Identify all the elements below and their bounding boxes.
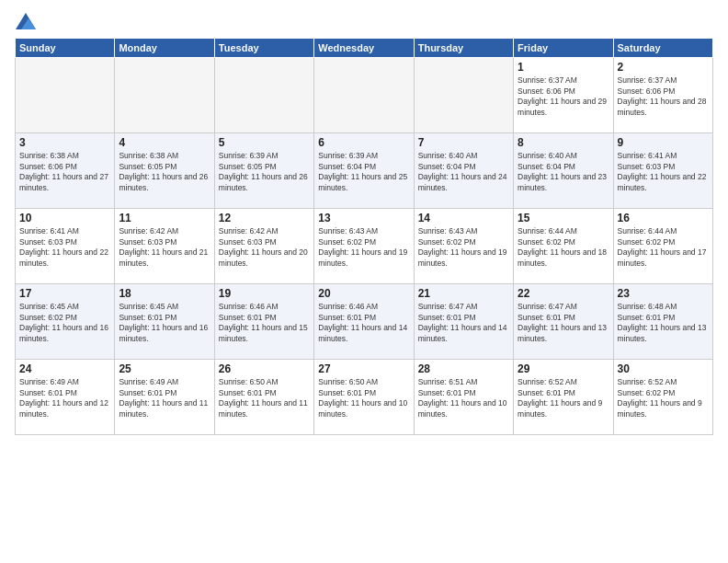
logo-icon	[16, 13, 36, 29]
day-info: Sunrise: 6:39 AMSunset: 6:04 PMDaylight:…	[318, 151, 409, 195]
day-number: 7	[418, 136, 509, 149]
calendar-header-row: SundayMondayTuesdayWednesdayThursdayFrid…	[16, 38, 713, 57]
calendar-cell: 19Sunrise: 6:46 AMSunset: 6:01 PMDayligh…	[214, 283, 313, 359]
day-info: Sunrise: 6:38 AMSunset: 6:05 PMDaylight:…	[119, 151, 210, 195]
calendar-cell: 10Sunrise: 6:41 AMSunset: 6:03 PMDayligh…	[16, 208, 115, 283]
day-info: Sunrise: 6:45 AMSunset: 6:02 PMDaylight:…	[19, 302, 110, 346]
day-info: Sunrise: 6:37 AMSunset: 6:06 PMDaylight:…	[518, 75, 609, 120]
calendar-cell: 9Sunrise: 6:41 AMSunset: 6:03 PMDaylight…	[613, 132, 712, 208]
calendar-day-header: Saturday	[613, 38, 712, 57]
calendar-cell: 20Sunrise: 6:46 AMSunset: 6:01 PMDayligh…	[314, 283, 414, 359]
day-number: 21	[418, 287, 509, 300]
day-info: Sunrise: 6:48 AMSunset: 6:01 PMDaylight:…	[618, 302, 709, 346]
day-number: 11	[119, 212, 210, 224]
page-header	[15, 11, 713, 30]
day-info: Sunrise: 6:43 AMSunset: 6:02 PMDaylight:…	[418, 226, 509, 270]
calendar-day-header: Tuesday	[214, 38, 313, 57]
day-number: 1	[518, 61, 609, 74]
day-number: 13	[318, 212, 409, 224]
calendar-table: SundayMondayTuesdayWednesdayThursdayFrid…	[15, 38, 713, 435]
day-number: 8	[518, 136, 609, 149]
day-info: Sunrise: 6:50 AMSunset: 6:01 PMDaylight:…	[318, 377, 409, 421]
calendar-cell: 16Sunrise: 6:44 AMSunset: 6:02 PMDayligh…	[613, 208, 712, 283]
day-info: Sunrise: 6:47 AMSunset: 6:01 PMDaylight:…	[518, 302, 609, 346]
calendar-day-header: Thursday	[414, 38, 513, 57]
day-number: 3	[19, 136, 110, 149]
calendar-day-header: Friday	[514, 38, 613, 57]
day-info: Sunrise: 6:42 AMSunset: 6:03 PMDaylight:…	[119, 226, 210, 270]
day-number: 4	[119, 136, 210, 149]
calendar-cell	[214, 57, 313, 132]
day-info: Sunrise: 6:41 AMSunset: 6:03 PMDaylight:…	[618, 151, 709, 195]
day-info: Sunrise: 6:45 AMSunset: 6:01 PMDaylight:…	[119, 302, 210, 346]
day-info: Sunrise: 6:47 AMSunset: 6:01 PMDaylight:…	[418, 302, 509, 346]
calendar-cell	[314, 57, 414, 132]
calendar-day-header: Sunday	[16, 38, 115, 57]
day-number: 28	[418, 362, 509, 375]
calendar-cell: 8Sunrise: 6:40 AMSunset: 6:04 PMDaylight…	[514, 132, 613, 208]
calendar-cell: 21Sunrise: 6:47 AMSunset: 6:01 PMDayligh…	[414, 283, 513, 359]
calendar-day-header: Monday	[115, 38, 214, 57]
calendar-cell: 7Sunrise: 6:40 AMSunset: 6:04 PMDaylight…	[414, 132, 513, 208]
day-info: Sunrise: 6:38 AMSunset: 6:06 PMDaylight:…	[19, 151, 110, 195]
day-number: 27	[318, 362, 409, 375]
calendar-cell: 12Sunrise: 6:42 AMSunset: 6:03 PMDayligh…	[214, 208, 313, 283]
day-number: 17	[19, 287, 110, 300]
day-info: Sunrise: 6:37 AMSunset: 6:06 PMDaylight:…	[618, 75, 709, 120]
day-number: 25	[119, 362, 210, 375]
day-number: 29	[518, 362, 609, 375]
day-number: 26	[219, 362, 310, 375]
day-number: 14	[418, 212, 509, 224]
day-info: Sunrise: 6:51 AMSunset: 6:01 PMDaylight:…	[418, 377, 509, 421]
calendar-cell: 4Sunrise: 6:38 AMSunset: 6:05 PMDaylight…	[115, 132, 214, 208]
calendar-cell: 5Sunrise: 6:39 AMSunset: 6:05 PMDaylight…	[214, 132, 313, 208]
day-number: 18	[119, 287, 210, 300]
logo	[15, 11, 37, 30]
logo-text	[15, 11, 37, 30]
calendar-cell	[16, 57, 115, 132]
calendar-cell: 23Sunrise: 6:48 AMSunset: 6:01 PMDayligh…	[613, 283, 712, 359]
calendar-cell: 26Sunrise: 6:50 AMSunset: 6:01 PMDayligh…	[214, 359, 313, 434]
calendar-week-row: 3Sunrise: 6:38 AMSunset: 6:06 PMDaylight…	[16, 132, 713, 208]
calendar-cell: 18Sunrise: 6:45 AMSunset: 6:01 PMDayligh…	[115, 283, 214, 359]
calendar-cell: 17Sunrise: 6:45 AMSunset: 6:02 PMDayligh…	[16, 283, 115, 359]
calendar-cell	[115, 57, 214, 132]
calendar-cell: 29Sunrise: 6:52 AMSunset: 6:01 PMDayligh…	[514, 359, 613, 434]
day-info: Sunrise: 6:52 AMSunset: 6:01 PMDaylight:…	[518, 377, 609, 421]
day-info: Sunrise: 6:46 AMSunset: 6:01 PMDaylight:…	[219, 302, 310, 346]
day-number: 5	[219, 136, 310, 149]
day-number: 19	[219, 287, 310, 300]
day-number: 16	[618, 212, 709, 224]
calendar-cell: 15Sunrise: 6:44 AMSunset: 6:02 PMDayligh…	[514, 208, 613, 283]
day-number: 15	[518, 212, 609, 224]
calendar-cell: 25Sunrise: 6:49 AMSunset: 6:01 PMDayligh…	[115, 359, 214, 434]
day-info: Sunrise: 6:49 AMSunset: 6:01 PMDaylight:…	[119, 377, 210, 421]
day-number: 22	[518, 287, 609, 300]
calendar-cell: 11Sunrise: 6:42 AMSunset: 6:03 PMDayligh…	[115, 208, 214, 283]
day-number: 23	[618, 287, 709, 300]
day-info: Sunrise: 6:44 AMSunset: 6:02 PMDaylight:…	[518, 226, 609, 270]
day-info: Sunrise: 6:52 AMSunset: 6:02 PMDaylight:…	[618, 377, 709, 421]
day-number: 30	[618, 362, 709, 375]
calendar-week-row: 1Sunrise: 6:37 AMSunset: 6:06 PMDaylight…	[16, 57, 713, 132]
day-info: Sunrise: 6:40 AMSunset: 6:04 PMDaylight:…	[518, 151, 609, 195]
day-number: 10	[19, 212, 110, 224]
day-info: Sunrise: 6:41 AMSunset: 6:03 PMDaylight:…	[19, 226, 110, 270]
day-info: Sunrise: 6:46 AMSunset: 6:01 PMDaylight:…	[318, 302, 409, 346]
day-number: 20	[318, 287, 409, 300]
day-number: 2	[618, 61, 709, 74]
day-info: Sunrise: 6:44 AMSunset: 6:02 PMDaylight:…	[618, 226, 709, 270]
day-info: Sunrise: 6:42 AMSunset: 6:03 PMDaylight:…	[219, 226, 310, 270]
calendar-cell: 22Sunrise: 6:47 AMSunset: 6:01 PMDayligh…	[514, 283, 613, 359]
day-info: Sunrise: 6:49 AMSunset: 6:01 PMDaylight:…	[19, 377, 110, 421]
calendar-week-row: 17Sunrise: 6:45 AMSunset: 6:02 PMDayligh…	[16, 283, 713, 359]
calendar-cell: 13Sunrise: 6:43 AMSunset: 6:02 PMDayligh…	[314, 208, 414, 283]
calendar-cell: 2Sunrise: 6:37 AMSunset: 6:06 PMDaylight…	[613, 57, 712, 132]
calendar-cell: 6Sunrise: 6:39 AMSunset: 6:04 PMDaylight…	[314, 132, 414, 208]
calendar-cell: 28Sunrise: 6:51 AMSunset: 6:01 PMDayligh…	[414, 359, 513, 434]
calendar-cell	[414, 57, 513, 132]
day-number: 24	[19, 362, 110, 375]
calendar-cell: 24Sunrise: 6:49 AMSunset: 6:01 PMDayligh…	[16, 359, 115, 434]
calendar-cell: 3Sunrise: 6:38 AMSunset: 6:06 PMDaylight…	[16, 132, 115, 208]
day-info: Sunrise: 6:39 AMSunset: 6:05 PMDaylight:…	[219, 151, 310, 195]
